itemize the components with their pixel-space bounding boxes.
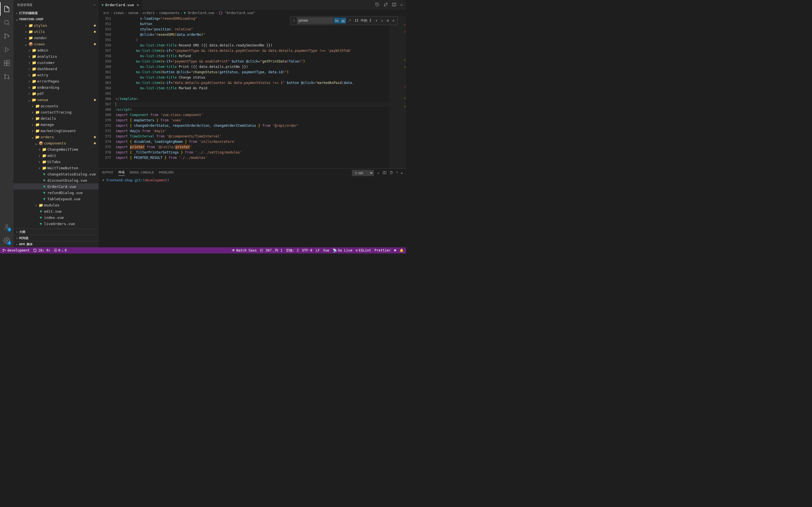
status-spaces[interactable]: 空格: 2: [286, 248, 299, 253]
status-prettier[interactable]: Prettier: [374, 248, 391, 252]
tree-item-pdf[interactable]: ›📁pdf: [13, 91, 99, 97]
breadcrumb-3[interactable]: orders: [143, 11, 155, 15]
tree-item-errorPages[interactable]: ›📁errorPages: [13, 78, 99, 84]
tree-item-analytics[interactable]: ›📁analytics: [13, 53, 99, 59]
find-regex-icon[interactable]: .*: [347, 18, 352, 23]
breadcrumb-4[interactable]: components: [159, 11, 179, 15]
tree-item-refundDialog-vue[interactable]: ▼refundDialog.vue: [13, 189, 99, 196]
tree-item-venue[interactable]: ⌄📂venue●: [13, 97, 99, 103]
tab-ordercard[interactable]: ▼ OrderCard.vue ✕: [99, 0, 142, 10]
find-input[interactable]: [297, 17, 334, 24]
history-icon[interactable]: [375, 2, 379, 8]
find-prev-icon[interactable]: ↑: [373, 18, 379, 22]
find-expand-icon[interactable]: ›: [292, 18, 297, 22]
svg-rect-7: [7, 60, 10, 62]
status-golive[interactable]: 📡 Go Live: [333, 248, 352, 252]
tree-item-styles[interactable]: ›📁styles●: [13, 22, 99, 29]
tree-item-UiTabs[interactable]: ›📁UiTabs: [13, 159, 99, 165]
project-section[interactable]: ⌄FRONTEND-SHOP: [13, 16, 99, 22]
tree-item-marketingConsent[interactable]: ›📁marketingConsent: [13, 128, 99, 134]
tree-item-manage[interactable]: ›📁manage: [13, 121, 99, 128]
find-selection-icon[interactable]: ≡: [385, 18, 391, 22]
find-next-icon[interactable]: ↓: [379, 18, 385, 22]
tree-item-ChangeWaitTime[interactable]: ›📁ChangeWaitTime: [13, 146, 99, 152]
tree-item-edit[interactable]: ›📁edit: [13, 152, 99, 159]
panel-tab-problems[interactable]: PROBLEMS: [159, 171, 174, 175]
tree-item-orders[interactable]: ⌄📂orders●: [13, 134, 99, 140]
panel-tab-terminal[interactable]: 终端: [118, 170, 124, 176]
open-editors-section[interactable]: ›打开的编辑器: [13, 10, 99, 16]
terminal[interactable]: ➜ frontend-shop git:(development): [99, 177, 406, 247]
npm-scripts-section[interactable]: ›NPM 脚本: [13, 241, 99, 247]
kill-terminal-icon[interactable]: [389, 171, 393, 175]
tree-item-views[interactable]: ⌄📦views●: [13, 41, 99, 47]
status-feedback-icon[interactable]: ☻: [394, 248, 396, 252]
tree-item-customer[interactable]: ›📁customer: [13, 59, 99, 66]
search-icon[interactable]: [0, 16, 13, 29]
tree-item-vendor[interactable]: ›📁vendor: [13, 35, 99, 41]
panel-maximize-icon[interactable]: ^: [396, 171, 398, 175]
find-close-icon[interactable]: ✕: [391, 18, 396, 22]
extensions-icon[interactable]: [0, 56, 13, 70]
terminal-select[interactable]: 1: zsh: [352, 170, 374, 176]
source-control-icon[interactable]: [0, 29, 13, 43]
settings-gear-icon[interactable]: 1: [0, 234, 13, 247]
code-editor[interactable]: v-loading="resendSMSLoading" button styl…: [116, 16, 389, 168]
tree-item-TableExpand-vue[interactable]: ▼TableExpand.vue: [13, 196, 99, 202]
tree-item-WaitTimeButton[interactable]: ›📁WaitTimeButton: [13, 165, 99, 171]
tree-item-liveOrders-vue[interactable]: ▼liveOrders.vue: [13, 221, 99, 227]
tree-item-orderHistory-vue[interactable]: ▼orderHistory.vue: [13, 227, 99, 229]
tree-item-onBoarding[interactable]: ›📁onBoarding: [13, 84, 99, 91]
status-language[interactable]: Vue: [323, 248, 329, 252]
tree-item-admin[interactable]: ›📁admin: [13, 47, 99, 53]
status-eslint[interactable]: ⊘ ESLint: [356, 248, 371, 252]
status-branch[interactable]: development: [2, 248, 30, 252]
breadcrumb-1[interactable]: views: [114, 11, 124, 15]
close-icon[interactable]: ✕: [137, 3, 139, 7]
find-case-icon[interactable]: Aa: [334, 18, 340, 23]
accounts-icon[interactable]: 1: [0, 220, 13, 234]
tree-item-modules[interactable]: ›📁modules: [13, 202, 99, 208]
tree-item-dashboard[interactable]: ›📁dashboard: [13, 66, 99, 72]
panel-tab-output[interactable]: OUTPUT: [102, 171, 113, 175]
breadcrumb-5[interactable]: ▼ OrderCard.vue: [184, 11, 214, 15]
tree-item-details[interactable]: ›📁details: [13, 115, 99, 121]
run-debug-icon[interactable]: [0, 43, 13, 56]
status-errors[interactable]: ⓧ0 ⚠0: [54, 248, 67, 253]
breadcrumb-2[interactable]: venue: [128, 11, 138, 15]
tree-item-index-vue[interactable]: ▼index.vue: [13, 214, 99, 221]
timeline-section[interactable]: ›时间线: [13, 235, 99, 241]
status-watch-sass[interactable]: 👁 Watch Sass: [232, 248, 257, 252]
sidebar-more-icon[interactable]: ⋯: [93, 3, 95, 7]
panel-tab-debug[interactable]: DEBUG CONSOLE: [130, 171, 154, 175]
find-word-icon[interactable]: ab: [340, 18, 346, 23]
tree-item-utils[interactable]: ›📁utils●: [13, 29, 99, 35]
tree-item-components[interactable]: ⌄📦components●: [13, 140, 99, 146]
tree-item-edit-vue[interactable]: ▼edit.vue: [13, 208, 99, 214]
status-bell-icon[interactable]: 🔔: [400, 248, 404, 252]
outline-section[interactable]: ›大纲: [13, 229, 99, 235]
split-editor-icon[interactable]: [392, 2, 396, 8]
breadcrumbs[interactable]: src›views›venue›orders›components›▼ Orde…: [99, 10, 406, 16]
tree-item-OrderCard-vue[interactable]: ▼OrderCard.vue: [13, 183, 99, 189]
tree-item-entry[interactable]: ›📁entry: [13, 72, 99, 78]
git-pr-icon[interactable]: [0, 70, 13, 83]
status-position[interactable]: 行 367，列 1: [260, 248, 282, 253]
tree-item-contactTracing[interactable]: ›📁contactTracing: [13, 109, 99, 115]
status-sync[interactable]: 18↓ 0↑: [33, 248, 50, 252]
more-actions-icon[interactable]: ⋯: [400, 3, 403, 7]
tree-item-changeStatusDialog-vue[interactable]: ▼changeStatusDialog.vue: [13, 171, 99, 177]
minimap[interactable]: [389, 16, 406, 168]
status-encoding[interactable]: UTF-8: [302, 248, 312, 252]
tree-item-discountDialog-vue[interactable]: ▼discountDialog.vue: [13, 177, 99, 183]
split-terminal-icon[interactable]: [383, 171, 387, 175]
breadcrumb-0[interactable]: src: [103, 11, 109, 15]
explorer-icon[interactable]: [0, 2, 13, 16]
new-terminal-icon[interactable]: ＋: [377, 171, 380, 175]
panel-close-icon[interactable]: ✕: [401, 171, 403, 175]
compare-icon[interactable]: [384, 2, 388, 8]
status-eol[interactable]: LF: [316, 248, 320, 252]
tree-item-accounts[interactable]: ›📁accounts: [13, 103, 99, 109]
breadcrumb-6[interactable]: {} "OrderCard.vue": [218, 11, 255, 15]
file-tree[interactable]: ›📁styles●›📁utils●›📁vendor⌄📦views●›📁admin…: [13, 22, 99, 229]
